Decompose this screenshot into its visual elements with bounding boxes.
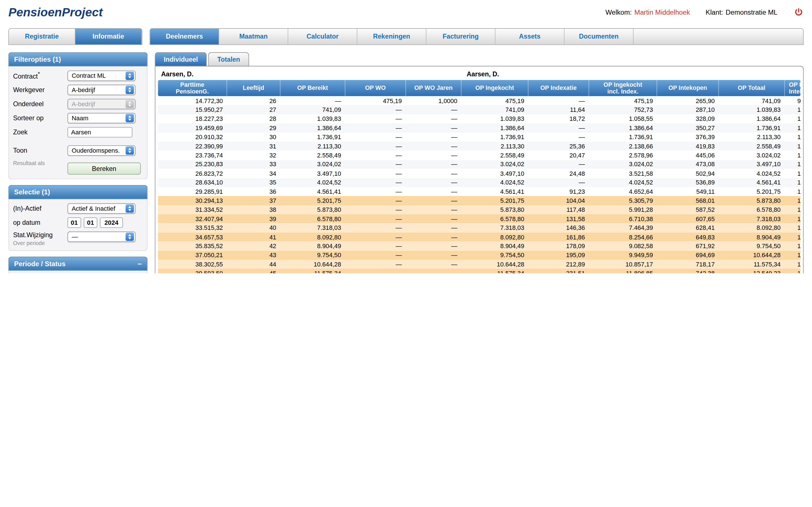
table-cell: —	[345, 215, 406, 223]
zoek-input[interactable]	[67, 127, 132, 137]
table-cell: 15.950,27	[158, 106, 227, 114]
table-cell: 1	[785, 197, 804, 205]
table-cell: 741,09	[719, 97, 785, 105]
column-header[interactable]: OP WO	[345, 80, 406, 96]
table-cell: 5.873,80	[719, 197, 785, 205]
table-row[interactable]: 39.593,504511.575,34——11.575,34231,5111.…	[158, 269, 801, 273]
table-cell: —	[345, 179, 406, 186]
table-cell: 22.390,99	[158, 143, 227, 150]
column-header[interactable]: OP Ingekochtincl. Index.	[589, 80, 657, 96]
table-cell: 25.230,83	[158, 161, 227, 168]
column-header[interactable]: OP Bereikt	[281, 80, 345, 96]
column-header[interactable]: ParttimePensioenG.	[158, 80, 227, 96]
table-row[interactable]: 20.910,32301.736,91——1.736,91—1.736,9137…	[158, 133, 801, 142]
table-cell: 536,89	[657, 179, 719, 186]
table-row[interactable]: 33.515,32407.318,03——7.318,03146,367.464…	[158, 223, 801, 232]
column-header[interactable]: OP WO Jaren	[406, 80, 462, 96]
app-logo: PensioenProject	[8, 5, 103, 19]
table-cell: 2.558,49	[462, 152, 529, 159]
tab-assets[interactable]: Assets	[495, 29, 564, 45]
table-cell: 5.201,75	[281, 197, 345, 205]
tab-rekeningen[interactable]: Rekeningen	[357, 29, 426, 45]
table-row[interactable]: 26.823,72343.497,10——3.497,1024,483.521,…	[158, 169, 801, 178]
table-cell: —	[406, 170, 462, 177]
table-cell: —	[406, 206, 462, 214]
column-header[interactable]: OP Intekopen	[657, 80, 719, 96]
table-cell: —	[345, 161, 406, 168]
table-cell: —	[528, 179, 589, 186]
table-cell: 1	[785, 170, 804, 177]
table-cell: 45	[227, 270, 280, 273]
table-cell: 1	[785, 152, 804, 159]
table-cell: 40	[227, 224, 280, 231]
table-cell: 741,09	[281, 106, 345, 114]
tab-deelnemers[interactable]: Deelnemers	[150, 29, 219, 45]
power-icon	[794, 8, 803, 17]
tab-maatman[interactable]: Maatman	[219, 29, 289, 45]
subtab-totalen[interactable]: Totalen	[208, 52, 249, 66]
panel-header-periode[interactable]: Periode / Status −	[8, 257, 148, 271]
panel-header-selectie[interactable]: Selectie (1)	[8, 185, 148, 199]
table-row[interactable]: 35.835,52428.904,49——8.904,49178,099.082…	[158, 242, 801, 251]
table-cell: 5.873,80	[281, 206, 345, 214]
op-datum-day-input[interactable]	[67, 217, 81, 228]
inactief-field: (In)-Actief Actief & Inactief	[13, 203, 143, 214]
table-cell: —	[406, 124, 462, 131]
table-row[interactable]: 25.230,83333.024,02——3.024,02—3.024,0247…	[158, 160, 801, 169]
table-row[interactable]: 15.950,2727741,09——741,0911,64752,73287,…	[158, 105, 801, 114]
table-cell: 39.593,50	[158, 270, 227, 273]
table-cell: —	[406, 188, 462, 195]
table-row[interactable]: 38.302,554410.644,28——10.644,28212,8910.…	[158, 260, 801, 269]
table-cell: —	[345, 233, 406, 241]
op-datum-month-input[interactable]	[84, 217, 97, 228]
table-cell: —	[406, 242, 462, 250]
table-row[interactable]: 14.772,3026—475,191,0000475,19—475,19265…	[158, 96, 801, 105]
table-row[interactable]: 18.227,23281.039,83——1.039,8318,721.058,…	[158, 114, 801, 123]
contract-select[interactable]: Contract ML	[67, 71, 135, 81]
table-cell: 3.024,02	[719, 152, 785, 159]
table-row[interactable]: 29.285,91364.561,41——4.561,4191,234.652,…	[158, 187, 801, 196]
toon-select[interactable]: Ouderdomspens.	[67, 145, 135, 156]
column-header[interactable]: OP Indexatie	[528, 80, 589, 96]
bereken-button[interactable]: Bereken	[67, 163, 141, 175]
table-row[interactable]: 37.050,21439.754,50——9.754,50195,099.949…	[158, 251, 801, 260]
sorteer-select[interactable]: Naam	[67, 113, 135, 123]
table-row[interactable]: 28.634,10354.024,52——4.024,52—4.024,5253…	[158, 178, 801, 187]
table-cell: 33	[227, 161, 280, 168]
table-cell: 231,51	[528, 270, 589, 273]
table-cell: 1.039,83	[281, 115, 345, 122]
column-header[interactable]: OP FIntek	[785, 80, 804, 96]
logout-button[interactable]	[793, 7, 804, 17]
tab-calculator[interactable]: Calculator	[288, 29, 357, 45]
subtab-individueel[interactable]: Individueel	[155, 52, 207, 66]
column-header[interactable]: Leeftijd	[227, 80, 280, 96]
tab-filler	[633, 29, 803, 45]
table-row[interactable]: 32.407,94396.578,80——6.578,80131,586.710…	[158, 214, 801, 223]
op-datum-year-input[interactable]	[100, 217, 123, 228]
inactief-select[interactable]: Actief & Inactief	[67, 203, 135, 214]
table-row[interactable]: 30.294,13375.201,75——5.201,75104,045.305…	[158, 196, 801, 205]
table-row[interactable]: 19.459,69291.386,64——1.386,64—1.386,6435…	[158, 123, 801, 132]
table-row[interactable]: 34.657,53418.092,80——8.092,80161,868.254…	[158, 233, 801, 242]
werkgever-select[interactable]: A-bedrijf	[67, 85, 135, 95]
column-header[interactable]: OP Ingekocht	[462, 80, 529, 96]
table-row[interactable]: 22.390,99312.113,30——2.113,3025,362.138,…	[158, 142, 801, 151]
table-row[interactable]: 23.736,74322.558,49——2.558,4920,472.578,…	[158, 151, 801, 160]
table-cell: 29.285,91	[158, 188, 227, 195]
table-cell: 1.736,91	[462, 133, 529, 141]
table-row[interactable]: 31.334,52385.873,80——5.873,80117,485.991…	[158, 205, 801, 214]
tab-bar: Registratie Informatie Deelnemers Maatma…	[0, 24, 812, 45]
column-header[interactable]: OP Totaal	[719, 80, 785, 96]
tab-informatie[interactable]: Informatie	[75, 29, 142, 45]
tab-registratie[interactable]: Registratie	[9, 29, 75, 45]
collapse-icon[interactable]: −	[138, 260, 142, 268]
table-cell: 8.092,80	[462, 233, 529, 241]
panel-header-filteropties[interactable]: Filteropties (1)	[8, 52, 148, 66]
table-cell: 419,83	[657, 143, 719, 150]
table-cell: —	[528, 97, 589, 105]
stat-wijziging-select[interactable]: —	[67, 231, 135, 242]
tab-documenten[interactable]: Documenten	[564, 29, 633, 45]
tab-facturering[interactable]: Facturering	[426, 29, 495, 45]
table-cell: —	[345, 270, 406, 273]
data-table: Aarsen, D. Aarsen, D. ParttimePensioenG.…	[155, 66, 804, 273]
